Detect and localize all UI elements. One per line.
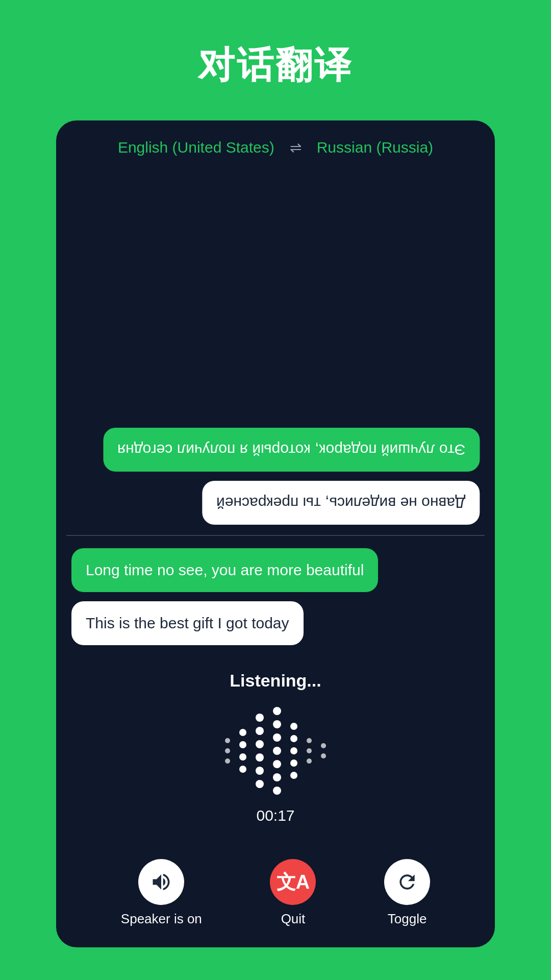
waveform-dot (307, 758, 312, 764)
waveform-col-4 (273, 707, 281, 795)
toggle-control: Toggle (384, 859, 430, 927)
waveform-dot (225, 758, 230, 764)
timer-display: 00:17 (256, 807, 294, 824)
waveform-col-2 (239, 729, 246, 773)
waveform-dot (290, 747, 297, 754)
waveform-dot (273, 747, 281, 755)
waveform-dot (273, 733, 281, 742)
waveform-dot (239, 753, 246, 761)
speaker-control: Speaker is on (121, 859, 202, 927)
main-card: English (United States) ⇌ Russian (Russi… (56, 120, 495, 947)
speaker-button[interactable] (138, 859, 184, 905)
toggle-button[interactable] (384, 859, 430, 905)
waveform-col-5 (290, 723, 297, 779)
swap-icon[interactable]: ⇌ (290, 139, 302, 156)
language-left[interactable]: English (United States) (118, 139, 274, 156)
waveform-dot (239, 729, 246, 736)
waveform-dot (256, 740, 264, 748)
messages-top-area: Это лучший подарок, который я получил се… (56, 172, 495, 535)
waveform-col-7 (321, 743, 326, 758)
waveform-col-1 (225, 738, 230, 764)
waveform-dot (273, 773, 281, 781)
waveform-dot (273, 760, 281, 768)
listening-label: Listening... (230, 671, 321, 691)
bottom-controls: Speaker is on 文A Quit Toggle (56, 849, 495, 947)
waveform-dot (321, 753, 326, 758)
waveform-dot (256, 780, 264, 788)
waveform-dot (307, 738, 312, 743)
waveform-dot (256, 714, 264, 722)
waveform-dot (239, 741, 246, 748)
listening-section: Listening... (56, 655, 495, 849)
waveform-dot (290, 772, 297, 779)
quit-control: 文A Quit (270, 859, 316, 927)
message-bubble-russian-1: Это лучший подарок, который я получил се… (103, 428, 480, 472)
waveform-dot (225, 738, 230, 743)
messages-bottom-area: Long time no see, you are more beautiful… (56, 536, 495, 655)
message-bubble-english-2: This is the best gift I got today (71, 601, 304, 645)
waveform (225, 705, 326, 797)
waveform-dot (256, 727, 264, 735)
quit-button[interactable]: 文A (270, 859, 316, 905)
language-right[interactable]: Russian (Russia) (317, 139, 433, 156)
waveform-dot (290, 760, 297, 767)
app-title: 对话翻译 (198, 41, 353, 90)
waveform-col-6 (307, 738, 312, 764)
waveform-dot (321, 743, 326, 748)
translate-icon: 文A (277, 869, 310, 895)
waveform-dot (256, 767, 264, 775)
quit-label: Quit (281, 911, 306, 927)
waveform-dot (256, 753, 264, 762)
waveform-dot (273, 720, 281, 728)
language-header: English (United States) ⇌ Russian (Russi… (56, 120, 495, 172)
waveform-dot (290, 735, 297, 742)
waveform-dot (307, 748, 312, 753)
refresh-icon (396, 871, 418, 893)
waveform-dot (273, 787, 281, 795)
speaker-label: Speaker is on (121, 911, 202, 927)
message-bubble-russian-2: Давно не виделись, ты прекрасней (202, 481, 480, 525)
waveform-dot (273, 707, 281, 715)
speaker-icon (150, 871, 172, 893)
waveform-dot (239, 766, 246, 773)
waveform-dot (290, 723, 297, 730)
message-bubble-english-1: Long time no see, you are more beautiful (71, 548, 378, 592)
waveform-col-3 (256, 714, 264, 788)
waveform-dot (225, 748, 230, 753)
toggle-label: Toggle (388, 911, 427, 927)
